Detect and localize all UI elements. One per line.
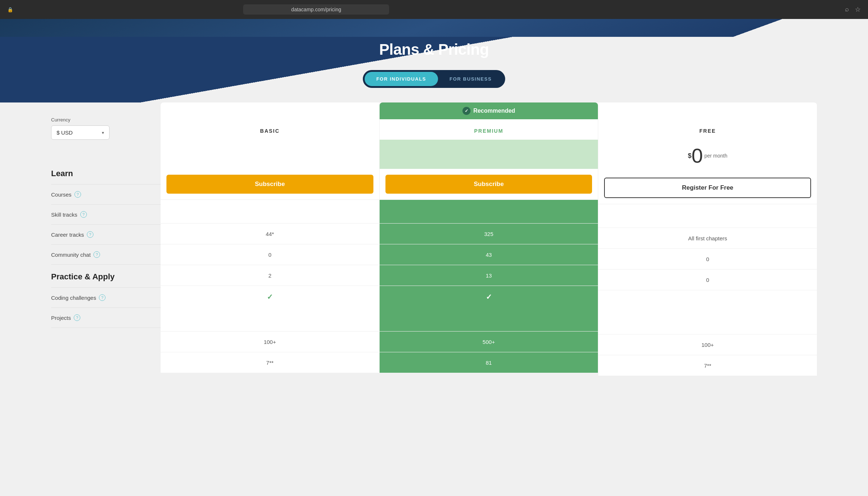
premium-career-tracks-cell: 13: [380, 265, 598, 286]
free-price-currency: $: [688, 152, 692, 159]
free-badge-spacer: [598, 102, 817, 119]
basic-learn-spacer: [161, 200, 379, 223]
dropdown-arrow-icon: ▾: [102, 130, 104, 135]
currency-label: Currency: [51, 117, 161, 123]
basic-plan-name: BASIC: [168, 128, 372, 134]
feature-coding-challenges-label: Coding challenges: [51, 295, 96, 301]
recommended-badge: ✓ Recommended: [380, 102, 598, 119]
free-plan-column: FREE $ 0 per month Register For Free All…: [598, 102, 817, 376]
individuals-toggle[interactable]: FOR INDIVIDUALS: [365, 72, 438, 86]
hero-section: Plans & Pricing FOR INDIVIDUALS FOR BUSI…: [0, 19, 868, 110]
premium-subscribe-button[interactable]: Subscribe: [385, 175, 592, 194]
features-list: Learn Courses ? Skill tracks ? Career tr…: [51, 162, 161, 328]
free-price-area: $ 0 per month: [598, 140, 817, 172]
search-browser-icon[interactable]: ⌕: [845, 5, 849, 13]
recommended-label: Recommended: [473, 108, 515, 114]
learn-category: Learn Courses ? Skill tracks ? Career tr…: [51, 162, 161, 265]
basic-badge-spacer: [161, 102, 379, 119]
free-plan-header: FREE: [598, 119, 817, 140]
feature-community-chat-label: Community chat: [51, 252, 91, 258]
feature-courses-label: Courses: [51, 191, 72, 198]
premium-plan-column: ✓ Recommended PREMIUM Subscribe 325 43 1…: [380, 102, 598, 373]
feature-career-tracks-label: Career tracks: [51, 232, 84, 238]
plan-type-toggle: FOR INDIVIDUALS FOR BUSINESS: [363, 70, 505, 88]
free-plan-name: FREE: [606, 128, 810, 134]
feature-projects: Projects ?: [51, 307, 161, 328]
feature-projects-label: Projects: [51, 315, 71, 321]
practice-category: Practice & Apply Coding challenges ? Pro…: [51, 265, 161, 328]
practice-category-title: Practice & Apply: [51, 265, 161, 287]
basic-career-tracks-cell: 2: [161, 265, 379, 286]
free-data-rows: All first chapters 0 0 100+ 7**: [598, 204, 817, 376]
recommended-check-icon: ✓: [462, 107, 471, 115]
projects-help-icon[interactable]: ?: [74, 314, 80, 321]
career-tracks-help-icon[interactable]: ?: [87, 231, 93, 238]
basic-community-check-icon: ✓: [267, 292, 273, 301]
basic-price-area: [161, 140, 379, 169]
basic-subscribe-button[interactable]: Subscribe: [166, 175, 373, 194]
free-learn-spacer: [598, 204, 817, 228]
browser-chrome: 🔒 datacamp.com/pricing ⌕ ☆: [0, 0, 868, 19]
feature-coding-challenges: Coding challenges ?: [51, 287, 161, 307]
courses-help-icon[interactable]: ?: [74, 191, 81, 198]
learn-category-title: Learn: [51, 162, 161, 184]
currency-selector[interactable]: $ USD ▾: [51, 125, 110, 140]
coding-challenges-help-icon[interactable]: ?: [99, 294, 105, 301]
free-price-period: per month: [704, 153, 727, 159]
premium-practice-spacer: [380, 308, 598, 331]
basic-plan-header: BASIC: [161, 119, 379, 140]
premium-plan-name: PREMIUM: [387, 128, 591, 134]
basic-plan-column: BASIC Subscribe 44* 0 2 ✓ 100+ 7**: [161, 102, 380, 373]
main-content: Currency $ USD ▾ Learn Courses ? Skill t…: [0, 102, 868, 398]
premium-projects-cell: 81: [380, 352, 598, 373]
community-chat-help-icon[interactable]: ?: [93, 251, 100, 258]
premium-community-check-icon: ✓: [486, 292, 492, 301]
free-career-tracks-cell: 0: [598, 269, 817, 290]
currency-value: $ USD: [57, 129, 73, 136]
page-title: Plans & Pricing: [7, 41, 861, 58]
premium-plan-header: PREMIUM: [380, 119, 598, 140]
free-coding-challenges-cell: 100+: [598, 334, 817, 355]
premium-courses-cell: 325: [380, 223, 598, 244]
basic-courses-cell: 44*: [161, 223, 379, 244]
premium-community-chat-cell: ✓: [380, 286, 598, 308]
currency-section: Currency $ USD ▾: [51, 117, 161, 140]
free-register-button[interactable]: Register For Free: [604, 178, 811, 198]
premium-data-rows: 325 43 13 ✓ 500+ 81: [380, 199, 598, 373]
pricing-columns: BASIC Subscribe 44* 0 2 ✓ 100+ 7**: [161, 102, 817, 376]
premium-learn-spacer: [380, 200, 598, 223]
free-skill-tracks-cell: 0: [598, 248, 817, 269]
business-toggle[interactable]: FOR BUSINESS: [438, 72, 504, 86]
features-column: Currency $ USD ▾ Learn Courses ? Skill t…: [51, 102, 161, 328]
premium-skill-tracks-cell: 43: [380, 244, 598, 265]
feature-skill-tracks: Skill tracks ?: [51, 204, 161, 224]
free-community-chat-cell: [598, 290, 817, 311]
skill-tracks-help-icon[interactable]: ?: [80, 211, 87, 218]
feature-community-chat: Community chat ?: [51, 244, 161, 265]
basic-coding-challenges-cell: 100+: [161, 331, 379, 352]
feature-skill-tracks-label: Skill tracks: [51, 212, 77, 218]
premium-price-area: [380, 140, 598, 169]
free-projects-cell: 7**: [598, 355, 817, 376]
premium-coding-challenges-cell: 500+: [380, 331, 598, 352]
basic-practice-spacer: [161, 308, 379, 331]
feature-career-tracks: Career tracks ?: [51, 224, 161, 244]
address-bar[interactable]: datacamp.com/pricing: [243, 4, 389, 15]
lock-icon: 🔒: [7, 7, 13, 12]
basic-data-rows: 44* 0 2 ✓ 100+ 7**: [161, 199, 379, 373]
bookmark-icon[interactable]: ☆: [855, 5, 861, 13]
basic-projects-cell: 7**: [161, 352, 379, 373]
feature-courses: Courses ?: [51, 184, 161, 204]
free-courses-cell: All first chapters: [598, 228, 817, 248]
free-practice-spacer: [598, 311, 817, 334]
basic-skill-tracks-cell: 0: [161, 244, 379, 265]
free-price-amount: 0: [692, 146, 703, 166]
basic-community-chat-cell: ✓: [161, 286, 379, 308]
